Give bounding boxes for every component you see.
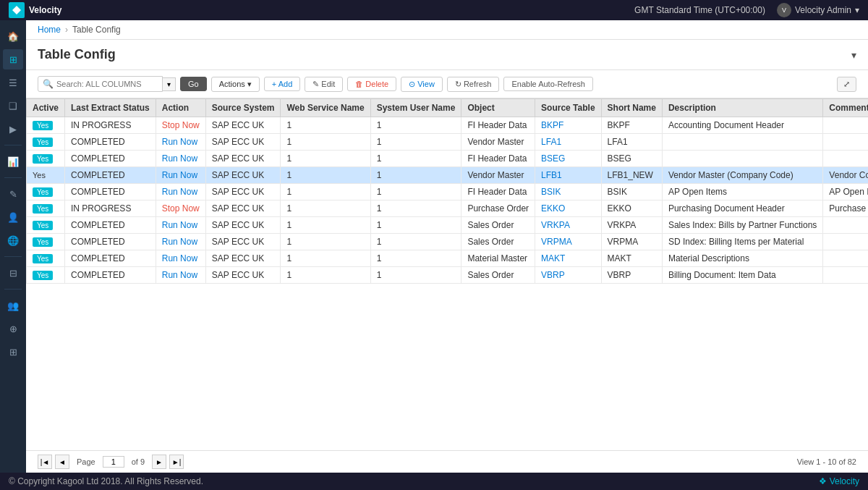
sidebar-item-table[interactable]: ⊟ <box>3 263 23 283</box>
source-table-link[interactable]: BSIK <box>541 187 561 197</box>
search-group: 🔍 ▾ <box>38 76 176 92</box>
refresh-button[interactable]: ↻ Refresh <box>447 77 500 92</box>
col-system-user-name[interactable]: System User Name <box>370 99 461 117</box>
table-row[interactable]: Yes COMPLETED Run Now SAP ECC UK 1 1 FI … <box>27 151 869 167</box>
col-web-service-name[interactable]: Web Service Name <box>281 99 370 117</box>
actions-button[interactable]: Actions ▾ <box>211 77 260 92</box>
cell-source-table[interactable]: VBRP <box>535 267 601 284</box>
source-table-link[interactable]: VRKPA <box>541 220 570 230</box>
run-action[interactable]: Run Now <box>162 170 197 180</box>
sidebar-item-list[interactable]: ☰ <box>3 72 23 93</box>
table-row[interactable]: Yes COMPLETED Run Now SAP ECC UK 1 1 Mat… <box>27 250 869 267</box>
table-row[interactable]: Yes COMPLETED Run Now SAP ECC UK 1 1 Ven… <box>27 167 869 184</box>
sidebar-item-play[interactable]: ▶ <box>3 119 23 139</box>
cell-action[interactable]: Run Now <box>156 267 205 284</box>
source-table-link[interactable]: LFA1 <box>541 137 561 147</box>
sidebar-item-globe[interactable]: 🌐 <box>3 230 23 250</box>
cell-source-table[interactable]: MAKT <box>535 250 601 267</box>
col-source-system[interactable]: Source System <box>205 99 281 117</box>
table-row[interactable]: Yes IN PROGRESS Stop Now SAP ECC UK 1 1 … <box>27 117 869 134</box>
next-page-button[interactable]: ► <box>152 455 166 469</box>
table-row[interactable]: Yes COMPLETED Run Now SAP ECC UK 1 1 Sal… <box>27 217 869 234</box>
run-action[interactable]: Run Now <box>162 237 197 247</box>
add-button[interactable]: + Add <box>264 77 300 91</box>
breadcrumb-home[interactable]: Home <box>38 25 61 35</box>
cell-source-table[interactable]: BSIK <box>535 184 601 200</box>
user-menu[interactable]: V Velocity Admin ▾ <box>777 3 859 17</box>
first-page-button[interactable]: |◄ <box>38 455 52 469</box>
col-action[interactable]: Action <box>156 99 205 117</box>
sidebar-item-apps[interactable]: ⊞ <box>3 342 23 362</box>
collapse-button[interactable]: ▾ <box>851 49 856 61</box>
cell-source-table[interactable]: BSEG <box>535 151 601 167</box>
sidebar-item-chart[interactable]: 📊 <box>3 151 23 172</box>
page-input[interactable] <box>103 456 124 468</box>
cell-action[interactable]: Run Now <box>156 167 205 184</box>
run-action[interactable]: Run Now <box>162 270 197 280</box>
search-input[interactable] <box>56 80 158 88</box>
col-active[interactable]: Active <box>27 99 65 117</box>
cell-short-name: VRPMA <box>601 234 662 250</box>
cell-object: Sales Order <box>461 217 535 234</box>
col-description[interactable]: Description <box>662 99 822 117</box>
run-action[interactable]: Run Now <box>162 137 197 147</box>
cell-source-table[interactable]: BKPF <box>535 117 601 134</box>
col-comments[interactable]: Comments <box>823 99 868 117</box>
sidebar-item-grid[interactable]: ⊞ <box>3 49 23 69</box>
source-table-link[interactable]: EKKO <box>541 203 565 214</box>
source-table-link[interactable]: VRPMA <box>541 237 572 247</box>
user-dropdown-icon[interactable]: ▾ <box>855 5 859 15</box>
sidebar-item-connect[interactable]: ⊕ <box>3 318 23 339</box>
run-action[interactable]: Run Now <box>162 153 197 164</box>
search-dropdown-button[interactable]: ▾ <box>163 77 176 91</box>
sidebar-item-group[interactable]: 👥 <box>3 295 23 316</box>
view-button[interactable]: ⊙ View <box>401 77 443 92</box>
sidebar-item-edit[interactable]: ✎ <box>3 184 23 204</box>
source-table-link[interactable]: VBRP <box>541 270 565 280</box>
run-action[interactable]: Run Now <box>162 220 197 230</box>
col-short-name[interactable]: Short Name <box>601 99 662 117</box>
cell-source-table[interactable]: EKKO <box>535 200 601 217</box>
table-row[interactable]: Yes COMPLETED Run Now SAP ECC UK 1 1 FI … <box>27 184 869 200</box>
table-row[interactable]: Yes IN PROGRESS Stop Now SAP ECC UK 1 1 … <box>27 200 869 217</box>
col-last-extract-status[interactable]: Last Extract Status <box>65 99 156 117</box>
source-table-link[interactable]: MAKT <box>541 253 565 263</box>
sidebar-item-user[interactable]: 👤 <box>3 207 23 227</box>
source-table-link[interactable]: BSEG <box>541 153 565 164</box>
sidebar-item-layers[interactable]: ❑ <box>3 96 23 116</box>
active-badge: Yes <box>33 187 53 197</box>
cell-action[interactable]: Run Now <box>156 217 205 234</box>
source-table-link[interactable]: BKPF <box>541 120 563 130</box>
stop-action[interactable]: Stop Now <box>162 203 200 214</box>
table-row[interactable]: Yes COMPLETED Run Now SAP ECC UK 1 1 Sal… <box>27 234 869 250</box>
sidebar-item-home[interactable]: 🏠 <box>3 26 23 46</box>
cell-source-table[interactable]: VRKPA <box>535 217 601 234</box>
cell-sys-user: 1 <box>370 151 461 167</box>
cell-source-table[interactable]: LFA1 <box>535 134 601 151</box>
cell-action[interactable]: Run Now <box>156 134 205 151</box>
col-object[interactable]: Object <box>461 99 535 117</box>
cell-source-table[interactable]: LFB1 <box>535 167 601 184</box>
edit-button[interactable]: ✎ Edit <box>305 77 343 92</box>
delete-button[interactable]: 🗑 Delete <box>347 77 396 91</box>
cell-action[interactable]: Run Now <box>156 184 205 200</box>
cell-action[interactable]: Run Now <box>156 234 205 250</box>
table-container[interactable]: Active Last Extract Status Action Source… <box>26 98 868 450</box>
prev-page-button[interactable]: ◄ <box>55 455 69 469</box>
cell-source-table[interactable]: VRPMA <box>535 234 601 250</box>
table-row[interactable]: Yes COMPLETED Run Now SAP ECC UK 1 1 Sal… <box>27 267 869 284</box>
source-table-link[interactable]: LFB1 <box>541 170 562 180</box>
col-source-table[interactable]: Source Table <box>535 99 601 117</box>
table-row[interactable]: Yes COMPLETED Run Now SAP ECC UK 1 1 Ven… <box>27 134 869 151</box>
stop-action[interactable]: Stop Now <box>162 120 200 130</box>
cell-action[interactable]: Stop Now <box>156 117 205 134</box>
autorefresh-button[interactable]: Enable Auto-Refresh <box>503 77 593 91</box>
go-button[interactable]: Go <box>180 77 207 91</box>
last-page-button[interactable]: ►| <box>169 455 184 469</box>
expand-button[interactable]: ⤢ <box>837 77 856 92</box>
cell-action[interactable]: Run Now <box>156 151 205 167</box>
run-action[interactable]: Run Now <box>162 187 197 197</box>
cell-action[interactable]: Stop Now <box>156 200 205 217</box>
run-action[interactable]: Run Now <box>162 253 197 263</box>
cell-action[interactable]: Run Now <box>156 250 205 267</box>
